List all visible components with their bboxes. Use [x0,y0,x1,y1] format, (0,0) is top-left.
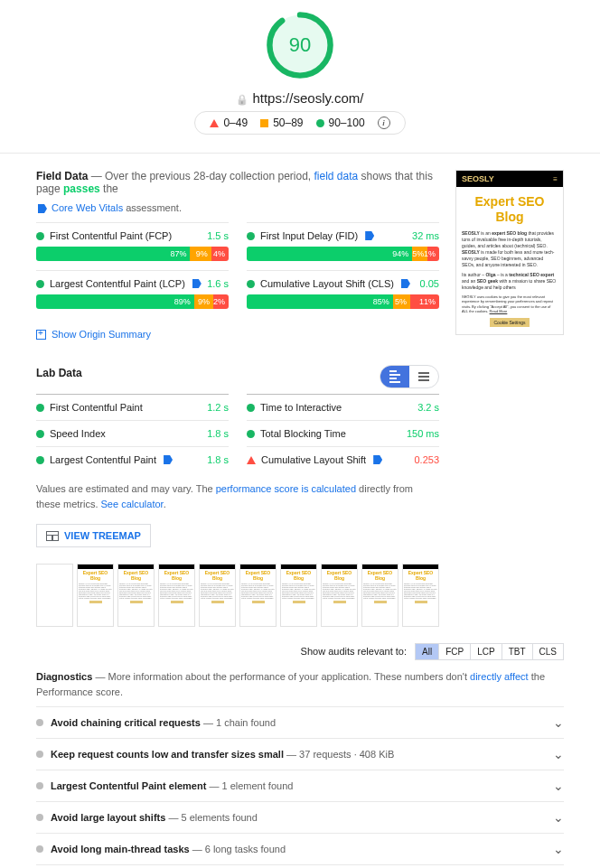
lab-metric: Total Blocking Time 150 ms [247,420,439,446]
info-dot-icon [36,751,43,758]
field-data-title: Field Data — Over the previous 28-day co… [36,170,439,195]
chevron-down-icon: ⌄ [553,810,564,825]
diagnostic-item[interactable]: Avoid non-composited animations — 5 anim… [36,864,564,868]
lab-metric: Time to Interactive 3.2 s [247,394,439,420]
expand-icon [36,330,46,340]
info-dot-icon [36,814,43,821]
list-icon [389,370,400,383]
view-toggle-compact[interactable] [409,366,438,387]
tag-icon [365,231,374,240]
field-metric: First Contentful Paint (FCP) 1.5 s 87%9%… [36,222,229,270]
treemap-icon [46,531,59,541]
filter-fcp[interactable]: FCP [439,644,471,659]
tag-icon [192,279,202,288]
tag-icon [38,204,47,213]
lab-metric: Largest Contentful Paint 1.8 s [36,446,229,472]
circle-icon [36,280,44,288]
page-url: https://seosly.com/ [0,90,600,106]
score-calc-link[interactable]: performance score is calculated [216,483,356,494]
filter-all[interactable]: All [416,644,439,659]
diagnostic-item[interactable]: Keep request counts low and transfer siz… [36,738,564,770]
metric-value: 0.253 [414,454,439,465]
filmstrip-frame[interactable]: Expert SEO BlogSEOSLY is an expert SEO b… [321,564,358,627]
circle-icon [247,232,255,240]
metric-name: First Input Delay (FID) [260,230,358,241]
filmstrip-frame[interactable]: Expert SEO BlogSEOSLY is an expert SEO b… [402,564,439,627]
metric-value: 1.8 s [207,428,229,439]
metric-value: 32 ms [412,230,439,241]
diag-title: Avoid long main-thread tasks — 6 long ta… [51,844,286,854]
filter-row: Show audits relevant to: AllFCPLCPTBTCLS [36,643,564,660]
metric-value: 0.05 [420,278,439,289]
tag-icon [164,455,173,464]
lab-metric: First Contentful Paint 1.2 s [36,394,229,420]
info-dot-icon [36,845,43,853]
distribution-bar: 87%9%4% [36,247,229,261]
see-calc-link[interactable]: See calculator [101,499,164,509]
diagnostics-header: Diagnostics — More information about the… [36,669,564,699]
field-metric: First Input Delay (FID) 32 ms 94%5%1% [247,222,439,270]
diagnostic-item[interactable]: Avoid long main-thread tasks — 6 long ta… [36,833,564,864]
diag-title: Largest Contentful Paint element — 1 ele… [51,780,293,791]
filmstrip-frame[interactable]: Expert SEO BlogSEOSLY is an expert SEO b… [239,564,277,627]
diagnostic-item[interactable]: Avoid large layout shifts — 5 elements f… [36,801,564,833]
diag-title: Keep request counts low and transfer siz… [51,749,394,760]
lab-data-section: Lab Data First Contentful Paint 1.2 s Ti… [36,365,439,627]
view-treemap-button[interactable]: VIEW TREEMAP [36,524,151,547]
tag-icon [401,279,410,288]
view-toggle [380,365,439,388]
filmstrip-frame[interactable]: Expert SEO BlogSEOSLY is an expert SEO b… [158,564,195,627]
legend-good: 90–100 [316,117,365,129]
filmstrip-frame[interactable]: Expert SEO BlogSEOSLY is an expert SEO b… [199,564,236,627]
cwv-link[interactable]: Core Web Vitals [52,202,123,213]
lab-metric: Speed Index 1.8 s [36,420,229,446]
view-toggle-expanded[interactable] [380,366,409,387]
header: 90 https://seosly.com/ 0–49 50–89 90–100… [0,0,600,154]
filmstrip: Expert SEO BlogSEOSLY is an expert SEO b… [36,564,439,627]
circle-icon [36,232,44,240]
metric-name: Total Blocking Time [260,428,346,439]
field-metric: Cumulative Layout Shift (CLS) 0.05 85%5%… [247,270,439,318]
filmstrip-frame[interactable] [36,564,73,627]
show-origin-summary[interactable]: Show Origin Summary [36,329,439,340]
legend-avg: 50–89 [260,117,303,129]
metric-value: 3.2 s [417,402,439,413]
distribution-bar: 89%9%2% [36,294,229,309]
metric-name: Cumulative Layout Shift [261,454,366,465]
page-preview: SEOSLY≡ Expert SEO Blog SEOSLY is an exp… [455,170,564,627]
metric-name: Cumulative Layout Shift (CLS) [260,278,394,289]
metric-name: First Contentful Paint [50,402,143,413]
score-legend: 0–49 50–89 90–100 i [194,111,405,135]
lab-metric: Cumulative Layout Shift 0.253 [247,446,439,472]
field-data-link[interactable]: field data [314,170,359,182]
circle-icon [316,119,324,127]
metric-name: Largest Contentful Paint [50,454,156,465]
filmstrip-frame[interactable]: Expert SEO BlogSEOSLY is an expert SEO b… [280,564,317,627]
circle-icon [247,404,255,412]
metric-name: First Contentful Paint (FCP) [50,230,172,241]
field-metric: Largest Contentful Paint (LCP) 1.6 s 89%… [36,270,229,318]
metric-name: Time to Interactive [260,402,342,413]
chevron-down-icon: ⌄ [553,715,564,730]
filmstrip-frame[interactable]: Expert SEO BlogSEOSLY is an expert SEO b… [361,564,398,627]
diag-title: Avoid chaining critical requests — 1 cha… [51,717,276,728]
diagnostic-item[interactable]: Avoid chaining critical requests — 1 cha… [36,706,564,738]
filter-tbt[interactable]: TBT [502,644,533,659]
filmstrip-frame[interactable]: Expert SEO BlogSEOSLY is an expert SEO b… [77,564,114,627]
info-icon[interactable]: i [378,117,390,129]
directly-affect-link[interactable]: directly affect [470,671,529,682]
chevron-down-icon: ⌄ [553,842,564,856]
diagnostic-item[interactable]: Largest Contentful Paint element — 1 ele… [36,770,564,801]
metric-value: 1.2 s [207,402,229,413]
circle-icon [36,456,44,464]
filter-lcp[interactable]: LCP [471,644,502,659]
preview-title: Expert SEO Blog [462,194,558,225]
filmstrip-frame[interactable]: Expert SEO BlogSEOSLY is an expert SEO b… [117,564,155,627]
info-dot-icon [36,719,43,726]
circle-icon [247,430,255,438]
score-value: 90 [289,33,311,57]
metric-name: Largest Contentful Paint (LCP) [50,278,185,289]
filter-cls[interactable]: CLS [533,644,563,659]
chevron-down-icon: ⌄ [553,779,564,793]
tag-icon [373,455,382,464]
